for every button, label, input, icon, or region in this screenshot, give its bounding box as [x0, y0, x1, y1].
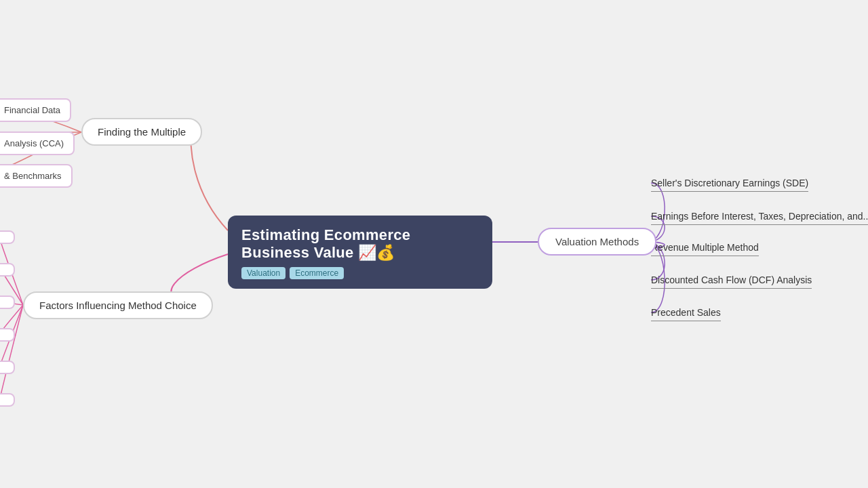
precedent-label: Precedent Sales — [651, 307, 721, 318]
finding-the-multiple-node[interactable]: Finding the Multiple — [81, 118, 202, 146]
sde-label: Seller's Discretionary Earnings (SDE) — [651, 178, 808, 188]
center-node[interactable]: Estimating Ecommerce Business Value 📈💰 V… — [228, 216, 492, 289]
factors-influencing-node[interactable]: Factors Influencing Method Choice — [23, 291, 213, 319]
left-node-6[interactable] — [0, 393, 15, 407]
left-node-1[interactable] — [0, 230, 15, 244]
analysis-cca-label: Analysis (CCA) — [4, 138, 64, 148]
left-node-4[interactable] — [0, 328, 15, 342]
center-node-title: Estimating Ecommerce Business Value 📈💰 — [241, 226, 479, 262]
dcf-label: Discounted Cash Flow (DCF) Analysis — [651, 274, 812, 285]
valuation-methods-node[interactable]: Valuation Methods — [538, 228, 656, 256]
benchmarks-label: & Benchmarks — [4, 171, 62, 181]
analysis-cca-node[interactable]: Analysis (CCA) — [0, 131, 75, 155]
ebitda-leaf[interactable]: Earnings Before Interest, Taxes, Depreci… — [651, 211, 868, 225]
revenue-leaf[interactable]: Revenue Multiple Method — [651, 242, 759, 256]
ebitda-label: Earnings Before Interest, Taxes, Depreci… — [651, 211, 868, 222]
tag-valuation[interactable]: Valuation — [241, 267, 285, 279]
financial-data-label: Financial Data — [4, 105, 60, 115]
sde-leaf[interactable]: Seller's Discretionary Earnings (SDE) — [651, 178, 808, 192]
left-node-3[interactable] — [0, 296, 15, 309]
tag-ecommerce[interactable]: Ecommerce — [290, 267, 344, 279]
dcf-leaf[interactable]: Discounted Cash Flow (DCF) Analysis — [651, 274, 812, 289]
revenue-label: Revenue Multiple Method — [651, 242, 759, 253]
finding-the-multiple-label: Finding the Multiple — [98, 126, 186, 138]
left-node-5[interactable] — [0, 361, 15, 374]
benchmarks-node[interactable]: & Benchmarks — [0, 164, 73, 188]
financial-data-node[interactable]: Financial Data — [0, 98, 71, 122]
precedent-leaf[interactable]: Precedent Sales — [651, 307, 721, 321]
factors-influencing-label: Factors Influencing Method Choice — [39, 300, 197, 311]
left-node-2[interactable] — [0, 263, 15, 277]
valuation-methods-label: Valuation Methods — [555, 236, 639, 247]
